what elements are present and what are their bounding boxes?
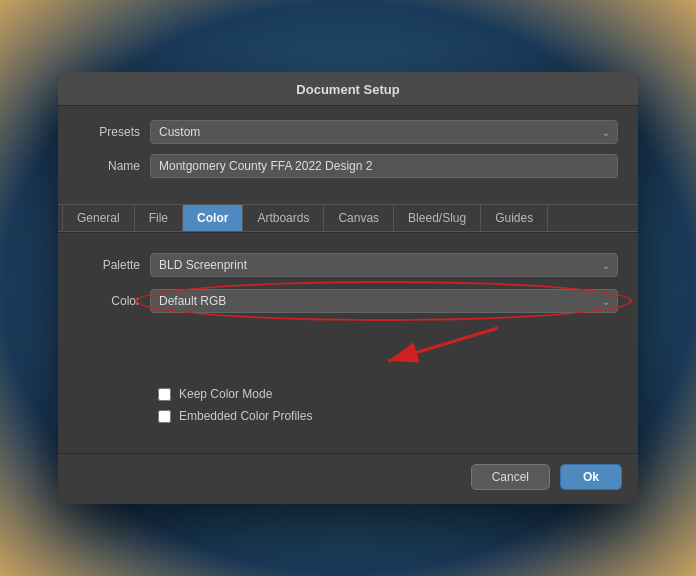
keep-color-mode-label: Keep Color Mode (179, 387, 272, 401)
annotation-area (78, 313, 618, 373)
document-setup-dialog: Document Setup Presets Custom ⌄ Name Gen… (58, 72, 638, 504)
keep-color-mode-checkbox[interactable] (158, 388, 171, 401)
color-select-wrapper: Default RGB ⌄ (150, 289, 618, 313)
palette-select[interactable]: BLD Screenprint (150, 253, 618, 277)
tabs-row: General File Color Artboards Canvas Blee… (58, 204, 638, 232)
dialog-titlebar: Document Setup (58, 72, 638, 106)
color-panel: Palette BLD Screenprint ⌄ Color Default … (58, 232, 638, 453)
palette-row: Palette BLD Screenprint ⌄ (78, 253, 618, 277)
presets-select[interactable]: Custom (150, 120, 618, 144)
tab-artboards[interactable]: Artboards (243, 205, 324, 231)
tab-canvas[interactable]: Canvas (324, 205, 394, 231)
presets-select-wrapper: Custom ⌄ (150, 120, 618, 144)
color-select[interactable]: Default RGB (150, 289, 618, 313)
ok-button[interactable]: Ok (560, 464, 622, 490)
arrow-annotation (78, 313, 618, 373)
presets-label: Presets (78, 125, 140, 139)
name-row: Name (78, 154, 618, 178)
embedded-color-profiles-row: Embedded Color Profiles (158, 409, 618, 423)
keep-color-mode-row: Keep Color Mode (158, 387, 618, 401)
embedded-color-profiles-label: Embedded Color Profiles (179, 409, 312, 423)
dialog-top-fields: Presets Custom ⌄ Name (58, 106, 638, 204)
cancel-button[interactable]: Cancel (471, 464, 550, 490)
embedded-color-profiles-checkbox[interactable] (158, 410, 171, 423)
color-row: Color Default RGB ⌄ (78, 289, 618, 313)
name-input[interactable] (150, 154, 618, 178)
dialog-footer: Cancel Ok (58, 453, 638, 504)
name-label: Name (78, 159, 140, 173)
tab-file[interactable]: File (135, 205, 183, 231)
tab-bleed-slug[interactable]: Bleed/Slug (394, 205, 481, 231)
dialog-title: Document Setup (296, 82, 399, 97)
palette-label: Palette (78, 258, 140, 272)
color-label: Color (78, 294, 140, 308)
palette-select-wrapper: BLD Screenprint ⌄ (150, 253, 618, 277)
tab-color[interactable]: Color (183, 205, 243, 231)
svg-line-1 (388, 328, 498, 361)
tab-general[interactable]: General (62, 205, 135, 231)
tab-guides[interactable]: Guides (481, 205, 548, 231)
presets-row: Presets Custom ⌄ (78, 120, 618, 144)
checkbox-section: Keep Color Mode Embedded Color Profiles (78, 377, 618, 439)
